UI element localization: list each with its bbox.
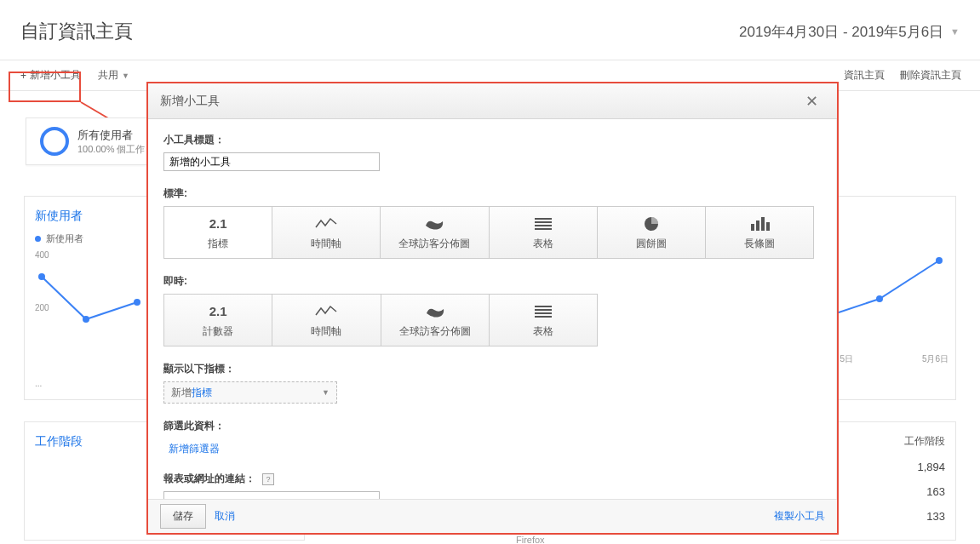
standard-type-grid: 2.1 指標 時間軸 全球訪客分佈圖 [163,206,814,259]
label-realtime: 即時: [163,274,821,289]
segment-sub: 100.00% 個工作 [77,143,145,156]
modal-title: 新增小工具 [160,94,220,109]
timeline-icon [315,302,337,321]
x-tick-dots: ... [35,379,42,391]
legend-dot-icon [35,236,41,242]
counter-number-icon: 2.1 [209,304,227,318]
type-label: 時間軸 [311,237,341,251]
type-label: 圓餅圖 [636,237,667,251]
line-chart [820,248,948,350]
table-icon [532,302,554,321]
widget-title-input[interactable] [163,152,380,171]
clone-widget-link[interactable]: 複製小工具 [774,509,825,524]
add-metric-select[interactable]: 新增指標 ▼ [163,381,337,404]
type-label: 表格 [533,237,553,251]
help-icon[interactable]: ? [262,473,274,485]
circle-icon [40,127,69,156]
x-tick-may6: 5月6日 [922,353,948,365]
svg-rect-15 [766,222,770,231]
type-metric[interactable]: 2.1 指標 [164,207,272,258]
type-label: 時間軸 [311,324,341,339]
metric-blue: 指標 [192,387,212,398]
sessions-value-3: 133 [830,510,945,523]
label-filter: 篩選此資料： [163,419,821,433]
table-icon [532,215,554,233]
widget-sessions-values: 工作階段 1,894 163 133 [820,421,956,541]
add-widget-label: 新增小工具 [30,68,81,83]
widget-right-chart-fragment: 5月5日 5月6日 [820,196,956,400]
modal-header: 新增小工具 ✕ [148,83,837,119]
pie-icon [640,215,662,233]
browser-label: Firefox [516,535,545,544]
type-label: 指標 [208,237,228,251]
cancel-button[interactable]: 取消 [215,509,235,524]
type-timeline[interactable]: 時間軸 [272,207,381,258]
type-label: 全球訪客分佈圖 [398,237,470,251]
geomap-icon [423,215,445,233]
sessions-col-header: 工作階段 [830,434,945,449]
svg-rect-12 [751,224,754,231]
bar-icon [748,215,771,233]
type-table[interactable]: 表格 [490,207,598,258]
svg-rect-13 [756,220,759,231]
close-icon[interactable]: ✕ [799,89,825,114]
metric-number-icon: 2.1 [209,216,227,231]
chevron-down-icon: ▼ [950,26,960,37]
add-filter-link[interactable]: 新增篩選器 [169,442,220,456]
chevron-down-icon: ▼ [122,72,129,80]
type-bar[interactable]: 長條圖 [706,207,813,258]
label-widget-title: 小工具標題： [163,133,821,147]
type-label: 計數器 [203,324,233,339]
svg-point-3 [134,299,140,306]
date-range-picker[interactable]: 2019年4月30日 - 2019年5月6日 ▼ [739,22,960,42]
delete-dashboard-link[interactable]: 刪除資訊主頁 [900,68,961,83]
type-geomap-rt[interactable]: 全球訪客分佈圖 [381,295,490,346]
segment-title: 所有使用者 [77,128,145,143]
share-label: 共用 [98,68,118,83]
modal-footer: 儲存 取消 複製小工具 [148,499,837,533]
svg-rect-14 [761,217,765,231]
y-tick-200-inner: 200 [35,303,49,312]
add-widget-modal: 新增小工具 ✕ 小工具標題： 標準: 2.1 指標 時間軸 [146,82,839,535]
metric-prefix: 新增 [171,387,192,398]
chevron-down-icon: ▼ [322,388,330,397]
sessions-value-1: 1,894 [830,461,945,473]
type-table-rt[interactable]: 表格 [490,295,597,346]
realtime-type-grid: 2.1 計數器 時間軸 全球訪客分佈圖 [163,294,598,346]
plus-icon: + [20,70,26,82]
type-geomap[interactable]: 全球訪客分佈圖 [381,207,489,258]
svg-point-1 [38,273,45,280]
svg-point-5 [876,295,883,302]
add-widget-button[interactable]: + 新增小工具 [12,60,89,91]
label-show-metric: 顯示以下指標： [163,362,821,376]
dashboard-link[interactable]: 資訊主頁 [844,68,885,83]
save-button[interactable]: 儲存 [160,504,206,529]
timeline-icon [315,215,337,233]
svg-point-2 [83,316,89,323]
segment-all-users[interactable]: 所有使用者 100.00% 個工作 [26,117,159,165]
sessions-value-2: 163 [830,485,945,498]
label-link: 報表或網址的連結： [163,472,255,486]
legend-label: 新使用者 [46,232,83,245]
type-pie[interactable]: 圓餅圖 [598,207,706,258]
svg-point-6 [936,257,943,264]
date-range-text: 2019年4月30日 - 2019年5月6日 [739,22,943,42]
type-label: 表格 [533,324,553,339]
report-link-input[interactable] [163,491,380,499]
label-standard: 標準: [163,186,821,201]
type-label: 全球訪客分佈圖 [399,324,471,339]
type-label: 長條圖 [744,237,775,251]
share-button[interactable]: 共用 ▼ [89,60,138,91]
type-timeline-rt[interactable]: 時間軸 [272,295,381,346]
page-title: 自訂資訊主頁 [20,19,133,44]
geomap-icon [424,302,446,321]
type-counter[interactable]: 2.1 計數器 [164,295,272,346]
